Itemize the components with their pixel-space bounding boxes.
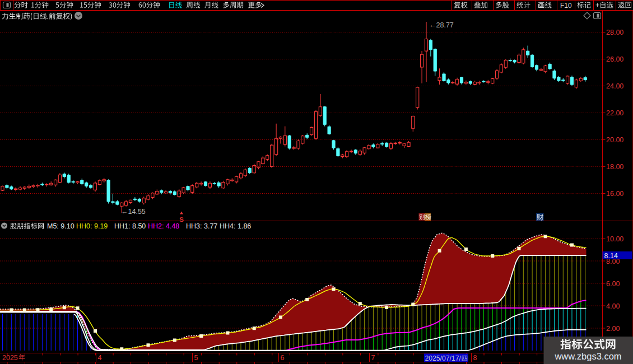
svg-text:4: 4 <box>98 354 102 362</box>
svg-text:18.00: 18.00 <box>606 163 623 171</box>
svg-text:M5: 9.10: M5: 9.10 <box>47 222 75 230</box>
svg-text:←14.55: ←14.55 <box>121 208 146 216</box>
svg-text:F10: F10 <box>560 2 572 10</box>
svg-text:8: 8 <box>473 354 477 362</box>
svg-text:10.00: 10.00 <box>606 235 623 243</box>
svg-text:S: S <box>179 216 184 223</box>
svg-text:6.00: 6.00 <box>606 280 620 288</box>
svg-text:6: 6 <box>281 354 285 362</box>
svg-text:www.zbgs3.com: www.zbgs3.com <box>554 351 621 361</box>
svg-text:8.14: 8.14 <box>604 252 618 260</box>
svg-text:HH1: 8.50: HH1: 8.50 <box>114 222 146 230</box>
svg-text:←28.77: ←28.77 <box>429 21 454 29</box>
svg-text:16.00: 16.00 <box>606 190 623 198</box>
svg-text:22.00: 22.00 <box>606 109 623 117</box>
svg-text:24.00: 24.00 <box>606 82 623 90</box>
svg-text:5: 5 <box>194 354 198 362</box>
svg-text:2.00: 2.00 <box>606 325 620 333</box>
svg-text:26.00: 26.00 <box>606 55 623 63</box>
svg-text:28.00: 28.00 <box>606 29 623 36</box>
svg-text:7: 7 <box>371 354 375 362</box>
svg-text:20.00: 20.00 <box>606 136 623 144</box>
svg-text:HH0: 9.19: HH0: 9.19 <box>76 222 108 230</box>
svg-text:2025/07/17/: 2025/07/17/ <box>425 354 462 362</box>
svg-text:HH4: 1.86: HH4: 1.86 <box>220 222 251 230</box>
svg-text:HH3: 3.77: HH3: 3.77 <box>186 222 217 230</box>
svg-text:4.00: 4.00 <box>606 302 620 310</box>
svg-text:2025: 2025 <box>2 354 18 362</box>
svg-text:HH2: 4.48: HH2: 4.48 <box>148 222 179 230</box>
